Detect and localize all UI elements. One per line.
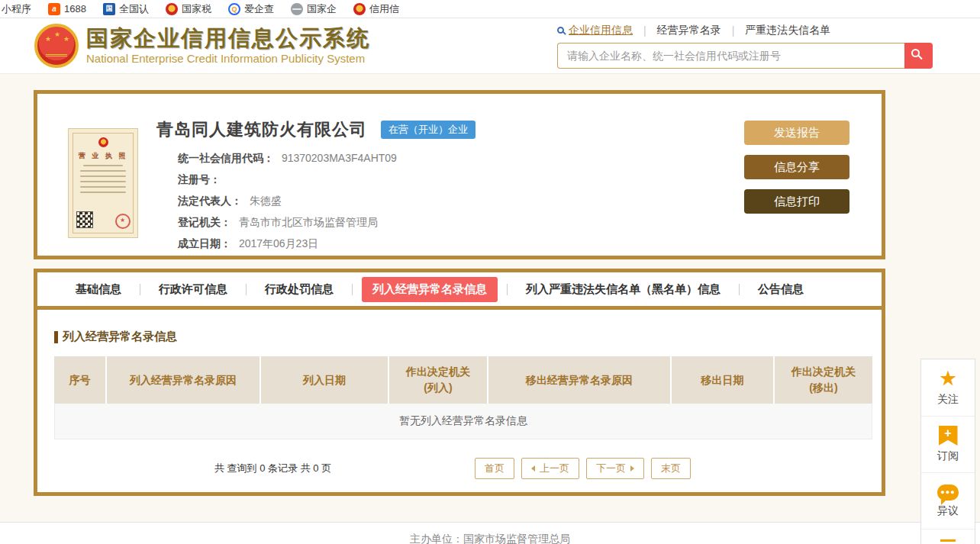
col-header-inclusion-reason: 列入经营异常名录原因 — [106, 356, 260, 404]
field-value: 91370203MA3F4AHT09 — [282, 152, 397, 164]
license-title: 营 业 执 照 — [79, 151, 128, 161]
field-credit-code: 统一社会信用代码： 91370203MA3F4AHT09 — [178, 152, 744, 166]
company-summary-box: 营 业 执 照 青岛同人建筑防火有限公司 在营（开业）企业 统一社会信用代码： … — [34, 90, 885, 259]
q-icon: Q — [228, 3, 240, 15]
company-actions: 发送报告 信息分享 信息打印 — [744, 109, 882, 256]
blue-doc-icon: 国 — [103, 3, 115, 15]
site-subtitle: National Enterprise Credit Information P… — [86, 52, 370, 65]
left-arrow-icon — [531, 465, 535, 472]
objection-button[interactable]: ●●● 异议 — [921, 472, 975, 529]
page-footer: 主办单位：国家市场监督管理总局 — [0, 522, 980, 544]
field-value: 2017年06月23日 — [239, 237, 318, 249]
side-label: 订阅 — [937, 449, 959, 463]
bookmark-item[interactable]: 小程序 — [2, 2, 31, 16]
license-text-line — [80, 181, 126, 182]
bookmark-label: 1688 — [64, 3, 86, 14]
field-registration-authority: 登记机关： 青岛市市北区市场监督管理局 — [178, 216, 744, 230]
back-to-top-button[interactable]: 返回 — [921, 529, 975, 544]
side-label: 异议 — [937, 504, 959, 518]
prev-page-button[interactable]: 上一页 — [521, 458, 579, 479]
tab-basic-info[interactable]: 基础信息 — [57, 282, 140, 297]
field-label: 统一社会信用代码： — [178, 152, 274, 164]
side-label: 关注 — [937, 393, 959, 407]
license-text-line — [80, 175, 126, 177]
status-badge: 在营（开业）企业 — [381, 121, 475, 139]
license-text-line — [83, 165, 123, 166]
send-report-button[interactable]: 发送报告 — [744, 121, 849, 145]
site-title: 国家企业信用信息公示系统 — [86, 27, 370, 51]
follow-button[interactable]: ★ 关注 — [921, 359, 975, 416]
field-value: 朱德盛 — [250, 195, 282, 207]
browser-bookmarks-bar: 小程序 a 1688 国 全国认 国家税 Q 爱企查 国家企 信用信 — [0, 0, 980, 18]
field-establishment-date: 成立日期： 2017年06月23日 — [178, 237, 744, 251]
col-header-deciding-authority-out: 作出决定机关 (移出) — [774, 356, 872, 404]
field-legal-representative: 法定代表人： 朱德盛 — [178, 195, 744, 208]
next-page-button[interactable]: 下一页 — [586, 458, 644, 479]
search-scope-serious-violation[interactable]: 严重违法失信名单 — [734, 24, 841, 37]
field-registration-number: 注册号： — [178, 173, 744, 187]
site-logo[interactable]: ★★★ 国家企业信用信息公示系统 National Enterprise Cre… — [34, 24, 370, 68]
field-label: 成立日期： — [178, 237, 231, 249]
subscribe-button[interactable]: + 订阅 — [921, 416, 975, 472]
globe-icon — [291, 3, 303, 15]
license-frame: 营 业 执 照 — [73, 133, 134, 233]
side-toolbar: ★ 关注 + 订阅 ●●● 异议 返回 — [920, 359, 975, 544]
bookmark-item[interactable]: Q 爱企查 — [228, 2, 274, 16]
bookmark-label: 全国认 — [119, 2, 149, 16]
subscribe-icon: + — [939, 426, 958, 446]
bookmark-item[interactable]: 国家税 — [166, 2, 211, 16]
field-label: 登记机关： — [178, 216, 231, 228]
national-emblem-icon — [98, 137, 108, 147]
print-info-button[interactable]: 信息打印 — [744, 189, 849, 214]
search-input[interactable] — [557, 43, 904, 69]
tab-content: 列入经营异常名录信息 序号 列入经营异常名录原因 — [37, 330, 882, 479]
right-arrow-icon — [630, 465, 634, 472]
col-header-inclusion-date: 列入日期 — [260, 356, 388, 404]
bookmark-item[interactable]: a 1688 — [48, 3, 86, 15]
search-icon — [557, 27, 564, 34]
first-page-button[interactable]: 首页 — [475, 458, 514, 479]
title-bullet — [54, 331, 58, 343]
bookmark-item[interactable]: 国家企 — [291, 2, 337, 16]
bookmark-label: 信用信 — [369, 2, 399, 16]
bookmark-item[interactable]: 国 全国认 — [103, 2, 149, 16]
red-seal — [115, 214, 131, 229]
qr-code — [76, 211, 93, 228]
business-license-thumbnail[interactable]: 营 业 执 照 — [68, 128, 138, 238]
last-page-button[interactable]: 末页 — [651, 458, 691, 479]
col-header-seq: 序号 — [54, 356, 106, 404]
company-name: 青岛同人建筑防火有限公司 — [156, 118, 367, 141]
tab-abnormal-operations[interactable]: 列入经营异常名录信息 — [362, 277, 498, 302]
license-text-line — [80, 170, 126, 172]
tab-administrative-license[interactable]: 行政许可信息 — [140, 282, 246, 297]
search-button[interactable] — [904, 43, 933, 69]
col-header-removal-date: 移出日期 — [671, 356, 774, 404]
tab-bar: 基础信息 行政许可信息 行政处罚信息 列入经营异常名录信息 列入严重违法失信名单… — [37, 272, 882, 310]
bookmark-label: 国家税 — [182, 2, 211, 16]
share-info-button[interactable]: 信息分享 — [744, 155, 849, 179]
abnormal-operations-table: 序号 列入经营异常名录原因 列入日期 作出决定机关 (列入) 移出 — [54, 356, 872, 404]
tab-serious-violation-blacklist[interactable]: 列入严重违法失信名单（黑名单）信息 — [508, 282, 739, 297]
section-title-text: 列入经营异常名录信息 — [63, 330, 177, 344]
search-scope-enterprise-credit[interactable]: 企业信用信息 — [569, 24, 643, 37]
pagination: 共 查询到 0 条记录 共 0 页 首页 上一页 下一页 末页 — [54, 458, 865, 479]
back-to-top-icon — [940, 539, 956, 544]
bookmark-item[interactable]: 信用信 — [353, 2, 399, 16]
section-title: 列入经营异常名录信息 — [54, 330, 865, 344]
field-label: 注册号： — [178, 173, 221, 185]
tab-administrative-penalty[interactable]: 行政处罚信息 — [247, 282, 352, 297]
bookmark-label: 国家企 — [307, 2, 337, 16]
field-value: 青岛市市北区市场监督管理局 — [239, 216, 378, 228]
site-header: ★★★ 国家企业信用信息公示系统 National Enterprise Cre… — [0, 18, 980, 74]
comment-icon: ●●● — [937, 484, 959, 501]
national-emblem-icon: ★★★ — [34, 24, 79, 68]
record-count-summary: 共 查询到 0 条记录 共 0 页 — [214, 462, 331, 475]
search-scope-abnormal-operations[interactable]: 经营异常名录 — [646, 24, 732, 37]
detail-info-box: 基础信息 行政许可信息 行政处罚信息 列入经营异常名录信息 列入严重违法失信名单… — [34, 269, 885, 496]
col-header-deciding-authority-in: 作出决定机关 (列入) — [388, 356, 488, 404]
license-text-line — [80, 186, 126, 188]
tab-announcement-info[interactable]: 公告信息 — [740, 282, 822, 297]
bookmark-label: 爱企查 — [244, 2, 274, 16]
field-label: 法定代表人： — [178, 195, 242, 207]
star-icon: ★ — [939, 369, 957, 389]
